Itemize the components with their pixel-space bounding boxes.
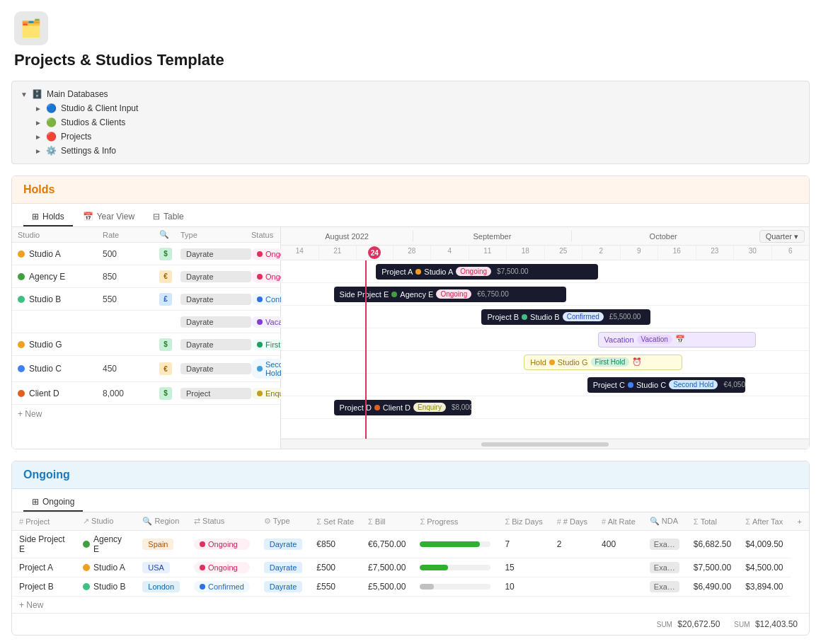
holds-add-new[interactable]: + New <box>12 405 280 423</box>
bar-row-2: Project B Studio B Confirmed £5,500.00 <box>281 306 809 328</box>
ongoing-total-0: $6,682.50 <box>687 531 738 558</box>
studio-dot-6 <box>18 390 25 397</box>
ongoing-status-0: Ongoing <box>187 531 257 558</box>
tab-ongoing[interactable]: ⊞ Ongoing <box>23 493 83 512</box>
ongoing-sum-total: SUM $20,672.50 <box>657 619 720 629</box>
currency-1: € <box>159 270 172 283</box>
type-1: Dayrate <box>180 271 251 282</box>
gantt-scrollbar[interactable] <box>281 439 809 449</box>
gantt-right: August 2022 September October Quarter ▾ … <box>281 227 809 449</box>
ongoing-altrate-1 <box>595 558 643 577</box>
bar-studio-hold: Studio G <box>558 358 588 367</box>
ongoing-days-1 <box>550 558 595 577</box>
week-6: 6 <box>772 246 810 260</box>
week-2: 2 <box>582 246 621 260</box>
gantt-bar-project-c[interactable]: Project C Studio C Second Hold €4,050.00 <box>587 377 746 393</box>
bar-dot-a <box>415 269 421 275</box>
gantt-row-4: Studio G $ Dayrate First Hold ⏰ <box>12 333 280 356</box>
tab-table[interactable]: ⊟ Table <box>144 208 193 226</box>
status-dot-0 <box>257 251 263 257</box>
th-alt-rate: # Alt Rate <box>595 512 643 531</box>
gantt-bar-vacation[interactable]: Vacation Vacation 📅 <box>598 332 757 347</box>
th-nda: 🔍 NDA <box>643 512 687 531</box>
studio-name-5: Studio C <box>18 364 103 374</box>
gantt-bar-project-b[interactable]: Project B Studio B Confirmed £5,500.00 <box>481 309 650 325</box>
nav-label-0: Studio & Client Input <box>61 103 138 113</box>
gantt-bar-side-project-e[interactable]: Side Project E Agency E Ongoing €6,750.0… <box>334 287 566 302</box>
gantt-bar-project-d[interactable]: Project D Client D Enquiry $8,000.00 <box>334 400 471 415</box>
th-biz-days: Σ Biz Days <box>498 512 549 531</box>
gantt-left: Studio Rate 🔍 Type Status Σ Studio A 500… <box>12 227 281 449</box>
holds-tabs: ⊞ Holds 📅 Year View ⊟ Table <box>12 204 809 227</box>
gantt-container: Studio Rate 🔍 Type Status Σ Studio A 500… <box>12 227 809 449</box>
table-tab-icon: ⊟ <box>153 212 160 222</box>
bar-studio-a: Studio A <box>424 268 453 276</box>
status-dot-3 <box>257 319 263 325</box>
ongoing-project-1: Project A <box>12 558 76 577</box>
week-4: 4 <box>431 246 469 260</box>
nav-item-projects[interactable]: ► 🔴 Projects <box>35 130 800 144</box>
bar-price-a: $7,500.00 <box>497 268 529 275</box>
week-28: 28 <box>394 246 432 260</box>
ongoing-setrate-0: €850 <box>309 531 361 558</box>
ongoing-bill-1: £7,500.00 <box>361 558 413 577</box>
bar-price-d: $8,000.00 <box>452 403 471 411</box>
type-0: Dayrate <box>180 248 251 260</box>
studio-name-4: Studio G <box>18 340 103 350</box>
studio-dot-2 <box>18 296 25 303</box>
ongoing-add-new[interactable]: + New <box>12 597 809 613</box>
th-studio: ↗ Studio <box>76 512 135 531</box>
gantt-left-header: Studio Rate 🔍 Type Status Σ <box>12 227 280 243</box>
status-dot-4 <box>257 342 263 347</box>
studio-dot-5 <box>18 365 25 372</box>
th-project: # Project <box>12 512 76 531</box>
studio-label-1: Agency E <box>29 272 65 282</box>
studio-label-2: Studio B <box>29 294 61 304</box>
gantt-bar-project-a[interactable]: Project A Studio A Ongoing $7,500.00 <box>376 264 597 280</box>
quarter-btn[interactable]: Quarter ▾ <box>755 229 809 243</box>
bar-studio-c: Studio C <box>636 381 666 389</box>
nav-root[interactable]: ▼ 🗄️ Main Databases <box>21 87 800 101</box>
bar-dot-d <box>374 405 380 410</box>
gantt-row-6: Client D 8,000 $ Project Enquiry ⚠️ <box>12 382 280 405</box>
tab-holds[interactable]: ⊞ Holds <box>23 208 73 226</box>
bar-price-e: €6,750.00 <box>477 290 509 298</box>
gantt-empty-row <box>281 419 809 439</box>
nav-icon-1: 🟢 <box>46 117 57 127</box>
bar-row-4: Hold Studio G First Hold ⏰ <box>281 351 809 374</box>
nav-item-settings[interactable]: ► ⚙️ Settings & Info <box>35 144 800 158</box>
studio-dot-0 <box>18 251 25 258</box>
nav-sub-items: ► 🔵 Studio & Client Input ► 🟢 Studios & … <box>21 101 800 158</box>
bar-status-e: Ongoing <box>436 289 471 299</box>
nav-icon-2: 🔴 <box>46 132 57 142</box>
ongoing-region-1: USA <box>135 558 187 577</box>
gantt-grid: Studio Rate 🔍 Type Status Σ Studio A 500… <box>12 227 809 449</box>
holds-tab-icon: ⊞ <box>32 212 39 222</box>
ongoing-status-1: Ongoing <box>187 558 257 577</box>
ongoing-section-header: Ongoing <box>12 461 809 489</box>
col-search-icon: 🔍 <box>159 230 180 239</box>
studio-label-4: Studio G <box>29 340 62 350</box>
gantt-bar-hold[interactable]: Hold Studio G First Hold ⏰ <box>524 355 682 370</box>
nav-label-1: Studios & Clients <box>61 117 125 127</box>
bar-row-1: Side Project E Agency E Ongoing €6,750.0… <box>281 283 809 306</box>
ongoing-type-2: Dayrate <box>257 577 310 597</box>
ongoing-days-2 <box>550 577 595 597</box>
ongoing-row-2: Project B Studio B London Confirmed Dayr… <box>12 577 809 597</box>
nav-item-studios-clients[interactable]: ► 🟢 Studios & Clients <box>35 115 800 130</box>
status-dot-2 <box>257 297 263 302</box>
ongoing-dot-2 <box>83 583 90 590</box>
status-dot-1 <box>257 274 263 280</box>
tab-year-view[interactable]: 📅 Year View <box>74 208 143 226</box>
ongoing-row-1: Project A Studio A USA Ongoing Dayrate £… <box>12 558 809 577</box>
gantt-row-5: Studio C 450 € Dayrate Second Hold ⏰ <box>12 356 280 382</box>
scrollbar-thumb[interactable] <box>481 442 609 447</box>
bar-status-c: Second Hold <box>669 380 718 389</box>
nav-item-studio-client[interactable]: ► 🔵 Studio & Client Input <box>35 101 800 115</box>
holds-section: Holds ⊞ Holds 📅 Year View ⊟ Table Studio… <box>11 176 810 449</box>
ongoing-aftertax-2: $3,894.00 <box>738 577 790 597</box>
ongoing-nda-1: Exa… <box>643 558 687 577</box>
type-4: Dayrate <box>180 339 251 350</box>
ongoing-dot-0 <box>83 541 90 548</box>
studio-label-5: Studio C <box>29 364 62 374</box>
